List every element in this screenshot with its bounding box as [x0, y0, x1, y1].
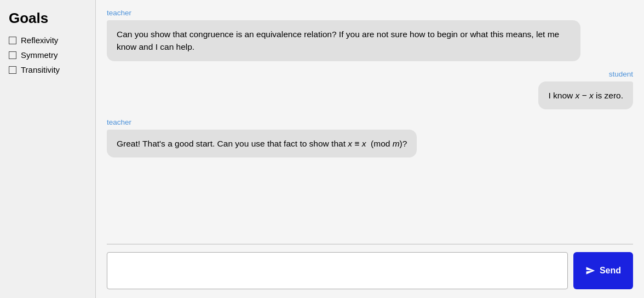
sender-label: teacher [107, 118, 633, 126]
message-input[interactable] [107, 252, 568, 289]
chat-messages: teacherCan you show that congruence is a… [96, 0, 644, 242]
message-group: studentI know x − x is zero. [107, 70, 633, 109]
sender-label: student [107, 70, 633, 78]
goal-label: Symmetry [21, 50, 58, 60]
message-group: teacherCan you show that congruence is a… [107, 9, 633, 61]
teacher-bubble: Can you show that congruence is an equiv… [107, 20, 580, 61]
goal-item: Transitivity [9, 65, 87, 74]
goal-checkbox[interactable] [9, 37, 16, 44]
goal-item: Reflexivity [9, 36, 87, 45]
student-bubble: I know x − x is zero. [538, 81, 633, 109]
goal-item: Symmetry [9, 50, 87, 60]
goals-list: ReflexivitySymmetryTransitivity [9, 36, 87, 74]
sidebar: Goals ReflexivitySymmetryTransitivity [0, 0, 96, 298]
message-group: teacherGreat! That's a good start. Can y… [107, 118, 633, 157]
main-chat-area: teacherCan you show that congruence is a… [96, 0, 644, 298]
send-label: Send [600, 266, 621, 276]
send-icon [585, 266, 595, 276]
teacher-bubble: Great! That's a good start. Can you use … [107, 130, 417, 157]
goal-label: Reflexivity [21, 36, 58, 45]
send-button[interactable]: Send [573, 252, 633, 289]
goal-label: Transitivity [21, 65, 60, 74]
goal-checkbox[interactable] [9, 51, 16, 59]
goal-checkbox[interactable] [9, 66, 16, 74]
sender-label: teacher [107, 9, 633, 17]
goals-title: Goals [9, 10, 87, 27]
input-area: Send [96, 244, 644, 298]
